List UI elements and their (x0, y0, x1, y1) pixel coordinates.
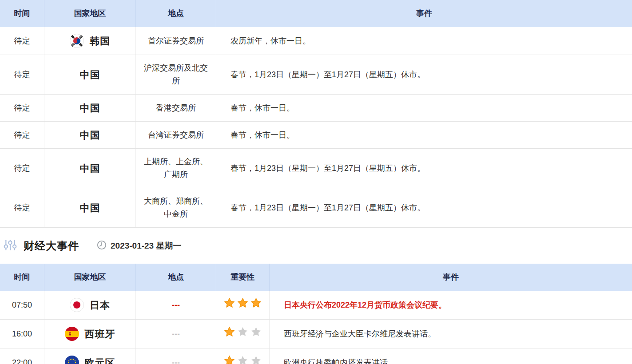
location-cell: --- (136, 348, 216, 364)
location-cell: --- (136, 320, 216, 348)
korea-flag-icon (70, 34, 84, 48)
financial-calendar-page: 时间 国家地区 地点 事件 待定 (0, 0, 632, 364)
events-section-header: 财经大事件 2023-01-23 星期一 (0, 228, 632, 264)
holiday-table: 时间 国家地区 地点 事件 待定 (0, 0, 632, 228)
location-cell: 首尔证券交易所 (136, 27, 216, 55)
country-cell: 韩国 (44, 27, 136, 55)
country-cell: 中国 (44, 55, 136, 94)
star-icon (224, 355, 235, 364)
country-cell: 欧元区 (44, 348, 136, 364)
sliders-icon (4, 238, 17, 253)
holiday-table-header: 时间 国家地区 地点 事件 (0, 0, 632, 27)
star-icon (237, 297, 248, 313)
time-cell: 待定 (0, 149, 44, 188)
importance-cell (216, 320, 270, 348)
table-row: 07:50 日本 --- (0, 291, 632, 320)
star-icon (250, 326, 262, 341)
time-cell: 22:00 (0, 348, 44, 364)
country-name: 中国 (80, 162, 100, 175)
country-name: 韩国 (90, 35, 110, 47)
header-country: 国家地区 (44, 264, 136, 291)
table-row: 22:00 欧元区 --- (0, 348, 632, 364)
country-cell: 日本 (44, 291, 136, 319)
location-cell: 台湾证券交易所 (136, 122, 216, 148)
star-icon (237, 326, 248, 341)
country-name: 中国 (80, 68, 100, 81)
country-name: 中国 (80, 102, 100, 115)
header-country: 国家地区 (44, 0, 136, 27)
event-cell: 春节，休市一日。 (216, 95, 632, 121)
event-cell: 欧洲央行执委帕内塔发表讲话。 (270, 348, 632, 364)
event-cell: 春节，1月23日（星期一）至1月27日（星期五）休市。 (216, 55, 632, 94)
event-cell: 日本央行公布2022年12月货币政策会议纪要。 (270, 291, 632, 319)
country-cell: 中国 (44, 188, 136, 227)
location-cell: 上期所、上金所、广期所 (136, 149, 216, 188)
event-cell: 春节，1月23日（星期一）至1月27日（星期五）休市。 (216, 149, 632, 188)
header-time: 时间 (0, 0, 44, 27)
star-icon (250, 355, 262, 364)
clock-icon (97, 240, 107, 252)
star-icon (250, 297, 262, 313)
header-time: 时间 (0, 264, 44, 291)
country-name: 中国 (80, 202, 100, 214)
importance-stars (224, 326, 262, 341)
time-cell: 待定 (0, 55, 44, 94)
header-event: 事件 (270, 264, 632, 291)
header-importance: 重要性 (216, 264, 270, 291)
eu-flag-icon (65, 356, 79, 364)
event-cell: 西班牙经济与企业大臣卡尔维尼发表讲话。 (270, 320, 632, 348)
spain-flag-icon (65, 327, 79, 341)
time-cell: 待定 (0, 95, 44, 121)
country-name: 欧元区 (85, 356, 115, 364)
country-cell: 中国 (44, 95, 136, 121)
header-location: 地点 (136, 0, 216, 27)
time-cell: 待定 (0, 27, 44, 55)
event-cell: 春节，休市一日。 (216, 122, 632, 148)
table-row: 待定 (0, 27, 632, 55)
header-event: 事件 (216, 0, 632, 27)
time-cell: 16:00 (0, 320, 44, 348)
location-cell: 香港交易所 (136, 95, 216, 121)
time-cell: 待定 (0, 188, 44, 227)
country-name: 日本 (90, 299, 110, 312)
location-cell: --- (136, 291, 216, 319)
importance-cell (216, 291, 270, 319)
event-cell: 春节，1月23日（星期一）至1月27日（星期五）休市。 (216, 188, 632, 227)
country-name: 西班牙 (85, 328, 115, 340)
time-cell: 待定 (0, 122, 44, 148)
time-cell: 07:50 (0, 291, 44, 319)
importance-stars (224, 297, 262, 313)
event-cell: 农历新年，休市一日。 (216, 27, 632, 55)
star-icon (237, 355, 248, 364)
table-row: 待定 中国 大商所、郑商所、中金所 春节，1月23日（星期一）至1月27日（星期… (0, 188, 632, 228)
events-table-header: 时间 国家地区 地点 重要性 事件 (0, 264, 632, 291)
table-row: 待定 中国 台湾证券交易所 春节，休市一日。 (0, 122, 632, 149)
country-cell: 中国 (44, 149, 136, 188)
location-cell: 沪深交易所及北交所 (136, 55, 216, 94)
location-cell: 大商所、郑商所、中金所 (136, 188, 216, 227)
table-row: 16:00 (0, 320, 632, 348)
header-location: 地点 (136, 264, 216, 291)
star-icon (224, 326, 235, 341)
table-row: 待定 中国 沪深交易所及北交所 春节，1月23日（星期一）至1月27日（星期五）… (0, 55, 632, 95)
country-cell: 西班牙 (44, 320, 136, 348)
japan-flag-icon (70, 298, 84, 312)
importance-cell (216, 348, 270, 364)
star-icon (224, 297, 235, 313)
section-title: 财经大事件 (24, 239, 79, 253)
table-row: 待定 中国 上期所、上金所、广期所 春节，1月23日（星期一）至1月27日（星期… (0, 149, 632, 188)
country-name: 中国 (80, 129, 100, 142)
country-cell: 中国 (44, 122, 136, 148)
events-table: 时间 国家地区 地点 重要性 事件 07:50 日本 --- (0, 264, 632, 364)
table-row: 待定 中国 香港交易所 春节，休市一日。 (0, 95, 632, 122)
section-date: 2023-01-23 星期一 (111, 240, 181, 252)
importance-stars (224, 355, 262, 364)
